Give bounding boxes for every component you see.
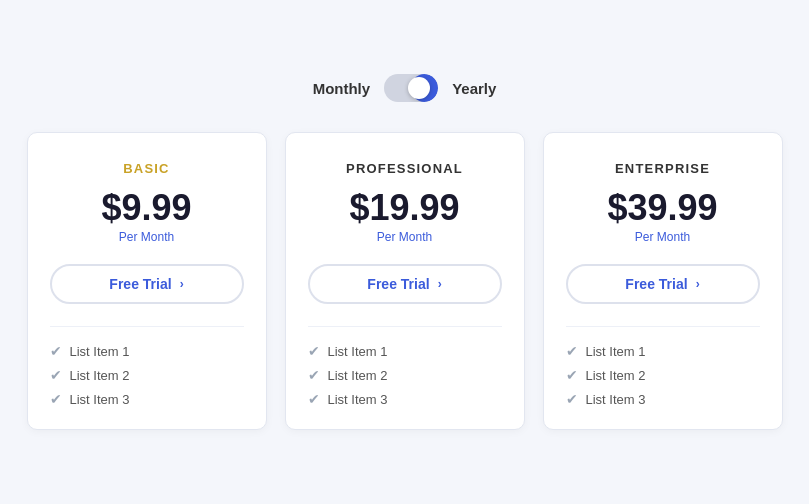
check-icon-pro-2: ✔ bbox=[308, 367, 320, 383]
feature-list-professional: ✔ List Item 1 ✔ List Item 2 ✔ List Item … bbox=[308, 343, 502, 407]
divider-enterprise bbox=[566, 326, 760, 327]
plan-card-enterprise: ENTERPRISE $39.99 Per Month Free Trial ›… bbox=[543, 132, 783, 430]
plan-period-basic: Per Month bbox=[119, 230, 174, 244]
feature-label-basic-2: List Item 2 bbox=[70, 368, 130, 383]
pricing-page: Monthly Yearly BASIC $9.99 Per Month Fre… bbox=[0, 44, 809, 460]
plan-period-professional: Per Month bbox=[377, 230, 432, 244]
list-item-pro-2: ✔ List Item 2 bbox=[308, 367, 502, 383]
plan-name-enterprise: ENTERPRISE bbox=[615, 161, 710, 176]
feature-label-pro-1: List Item 1 bbox=[328, 344, 388, 359]
chevron-icon-professional: › bbox=[438, 277, 442, 291]
plan-price-enterprise: $39.99 bbox=[607, 190, 717, 226]
check-icon-ent-3: ✔ bbox=[566, 391, 578, 407]
chevron-icon-basic: › bbox=[180, 277, 184, 291]
trial-btn-label-professional: Free Trial bbox=[367, 276, 429, 292]
divider-basic bbox=[50, 326, 244, 327]
chevron-icon-enterprise: › bbox=[696, 277, 700, 291]
trial-btn-label-enterprise: Free Trial bbox=[625, 276, 687, 292]
feature-list-basic: ✔ List Item 1 ✔ List Item 2 ✔ List Item … bbox=[50, 343, 244, 407]
toggle-thumb bbox=[408, 77, 430, 99]
billing-toggle[interactable] bbox=[384, 74, 438, 102]
feature-label-basic-1: List Item 1 bbox=[70, 344, 130, 359]
list-item-pro-3: ✔ List Item 3 bbox=[308, 391, 502, 407]
yearly-label: Yearly bbox=[452, 80, 496, 97]
trial-btn-label-basic: Free Trial bbox=[109, 276, 171, 292]
feature-label-ent-1: List Item 1 bbox=[586, 344, 646, 359]
free-trial-button-professional[interactable]: Free Trial › bbox=[308, 264, 502, 304]
plan-name-basic: BASIC bbox=[123, 161, 169, 176]
feature-label-basic-3: List Item 3 bbox=[70, 392, 130, 407]
list-item-basic-1: ✔ List Item 1 bbox=[50, 343, 244, 359]
free-trial-button-enterprise[interactable]: Free Trial › bbox=[566, 264, 760, 304]
feature-label-pro-2: List Item 2 bbox=[328, 368, 388, 383]
feature-label-ent-2: List Item 2 bbox=[586, 368, 646, 383]
list-item-ent-2: ✔ List Item 2 bbox=[566, 367, 760, 383]
billing-toggle-section: Monthly Yearly bbox=[20, 74, 789, 102]
feature-label-ent-3: List Item 3 bbox=[586, 392, 646, 407]
check-icon-pro-1: ✔ bbox=[308, 343, 320, 359]
monthly-label: Monthly bbox=[313, 80, 371, 97]
feature-label-pro-3: List Item 3 bbox=[328, 392, 388, 407]
plan-price-professional: $19.99 bbox=[349, 190, 459, 226]
plan-name-professional: PROFESSIONAL bbox=[346, 161, 463, 176]
check-icon-ent-2: ✔ bbox=[566, 367, 578, 383]
list-item-ent-1: ✔ List Item 1 bbox=[566, 343, 760, 359]
plan-card-basic: BASIC $9.99 Per Month Free Trial › ✔ Lis… bbox=[27, 132, 267, 430]
toggle-track[interactable] bbox=[384, 74, 438, 102]
plan-price-basic: $9.99 bbox=[101, 190, 191, 226]
plans-container: BASIC $9.99 Per Month Free Trial › ✔ Lis… bbox=[20, 132, 789, 430]
check-icon-basic-1: ✔ bbox=[50, 343, 62, 359]
list-item-basic-2: ✔ List Item 2 bbox=[50, 367, 244, 383]
list-item-ent-3: ✔ List Item 3 bbox=[566, 391, 760, 407]
list-item-basic-3: ✔ List Item 3 bbox=[50, 391, 244, 407]
check-icon-ent-1: ✔ bbox=[566, 343, 578, 359]
plan-card-professional: PROFESSIONAL $19.99 Per Month Free Trial… bbox=[285, 132, 525, 430]
check-icon-basic-3: ✔ bbox=[50, 391, 62, 407]
divider-professional bbox=[308, 326, 502, 327]
check-icon-pro-3: ✔ bbox=[308, 391, 320, 407]
free-trial-button-basic[interactable]: Free Trial › bbox=[50, 264, 244, 304]
list-item-pro-1: ✔ List Item 1 bbox=[308, 343, 502, 359]
feature-list-enterprise: ✔ List Item 1 ✔ List Item 2 ✔ List Item … bbox=[566, 343, 760, 407]
check-icon-basic-2: ✔ bbox=[50, 367, 62, 383]
plan-period-enterprise: Per Month bbox=[635, 230, 690, 244]
